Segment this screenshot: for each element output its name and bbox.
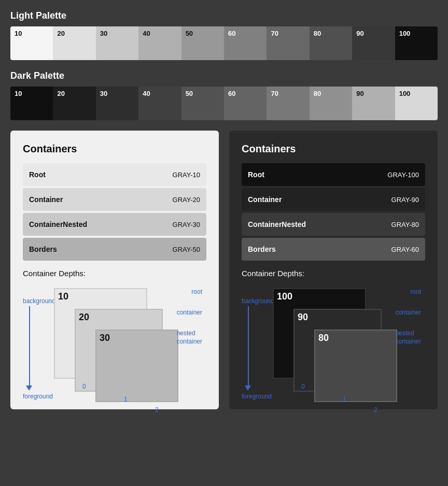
dark-side-nested: nested container <box>396 330 421 346</box>
light-swatch-90: 90 <box>352 26 395 60</box>
light-swatch-50: 50 <box>181 26 224 60</box>
light-depth-diagram: background foreground 10 20 30 0 1 2 <box>23 283 206 397</box>
light-row-name-0: Root <box>29 170 46 179</box>
light-row-0: RootGRAY-10 <box>23 163 206 186</box>
dark-arrow-line <box>248 306 249 387</box>
light-swatch-label-80: 80 <box>314 30 348 37</box>
light-depth-0: 0 <box>82 383 86 390</box>
light-palette-row: 102030405060708090100 <box>10 26 438 60</box>
light-row-name-2: ContainerNested <box>29 220 87 228</box>
dark-box-root-label: 100 <box>274 289 365 304</box>
dark-row-0: RootGRAY-100 <box>242 163 425 186</box>
dark-row-1: ContainerGRAY-90 <box>242 188 425 211</box>
dark-swatch-50: 50 <box>181 87 224 120</box>
dark-row-2: ContainerNestedGRAY-80 <box>242 213 425 236</box>
light-swatch-10: 10 <box>10 26 53 60</box>
light-swatch-label-100: 100 <box>399 30 433 37</box>
dark-row-name-0: Root <box>248 170 264 179</box>
light-fg-label: foreground <box>23 393 53 400</box>
light-containers-title: Containers <box>23 143 206 155</box>
light-arrow-head <box>26 385 32 391</box>
light-containers-panel: Containers RootGRAY-10ContainerGRAY-20Co… <box>10 131 219 409</box>
dark-swatch-label-10: 10 <box>15 90 49 97</box>
light-swatch-label-50: 50 <box>186 30 220 37</box>
light-row-name-1: Container <box>29 195 63 204</box>
dark-depths-label: Container Depths: <box>242 269 425 278</box>
dark-swatch-80: 80 <box>310 87 352 120</box>
dark-swatch-10: 10 <box>10 87 53 120</box>
light-container-rows: RootGRAY-10ContainerGRAY-20ContainerNest… <box>23 163 206 261</box>
light-side-root: root <box>191 288 202 296</box>
dark-containers-title: Containers <box>242 143 425 155</box>
light-row-2: ContainerNestedGRAY-30 <box>23 213 206 236</box>
light-row-value-2: GRAY-30 <box>173 221 200 228</box>
dark-palette-row: 102030405060708090100 <box>10 87 438 120</box>
light-swatch-70: 70 <box>267 26 309 60</box>
dark-bg-label: background <box>242 297 274 305</box>
light-bg-label: background <box>23 297 55 305</box>
light-swatch-60: 60 <box>224 26 267 60</box>
light-row-value-0: GRAY-10 <box>173 171 200 179</box>
dark-palette-title: Dark Palette <box>10 70 438 81</box>
light-box-nested: 30 <box>95 330 178 402</box>
light-row-value-1: GRAY-20 <box>173 196 200 204</box>
dark-row-name-2: ContainerNested <box>248 220 306 228</box>
dark-swatch-label-100: 100 <box>399 90 433 97</box>
light-row-1: ContainerGRAY-20 <box>23 188 206 211</box>
dark-box-nested: 80 <box>314 330 397 402</box>
dark-swatch-100: 100 <box>395 87 438 120</box>
dark-row-value-2: GRAY-80 <box>391 221 419 228</box>
light-arrow-line <box>29 306 30 387</box>
light-swatch-label-70: 70 <box>271 30 305 37</box>
light-swatch-label-90: 90 <box>356 30 390 37</box>
dark-containers-panel: Containers RootGRAY-100ContainerGRAY-90C… <box>229 131 438 409</box>
dark-swatch-90: 90 <box>352 87 395 120</box>
dark-swatch-label-90: 90 <box>356 90 390 97</box>
light-box-container-label: 20 <box>76 310 162 325</box>
dark-swatch-label-20: 20 <box>57 90 91 97</box>
dark-swatch-20: 20 <box>53 87 95 120</box>
dark-row-value-1: GRAY-90 <box>391 196 419 204</box>
dark-container-rows: RootGRAY-100ContainerGRAY-90ContainerNes… <box>242 163 425 261</box>
light-depth-1: 1 <box>124 396 128 403</box>
dark-swatch-30: 30 <box>96 87 138 120</box>
dark-row-name-1: Container <box>248 195 282 204</box>
dark-fg-label: foreground <box>242 393 272 400</box>
dark-row-name-3: Borders <box>248 245 276 253</box>
dark-row-3: BordersGRAY-60 <box>242 238 425 261</box>
light-row-value-3: GRAY-50 <box>173 246 200 253</box>
dark-side-root: root <box>410 288 421 296</box>
light-palette-section: Light Palette 102030405060708090100 <box>10 10 438 60</box>
dark-arrow-head <box>245 385 251 391</box>
light-swatch-label-40: 40 <box>143 30 177 37</box>
dark-swatch-label-50: 50 <box>186 90 220 97</box>
dark-box-container-label: 90 <box>295 310 381 325</box>
light-swatch-label-10: 10 <box>15 30 49 37</box>
dark-row-value-3: GRAY-60 <box>391 246 419 253</box>
dark-depth-2: 2 <box>374 406 377 413</box>
light-side-nested: nested container <box>177 330 202 346</box>
dark-swatch-70: 70 <box>267 87 309 120</box>
light-box-root-label: 10 <box>55 289 146 304</box>
dark-depth-1: 1 <box>343 396 346 403</box>
containers-row: Containers RootGRAY-10ContainerGRAY-20Co… <box>10 131 438 409</box>
dark-side-container: container <box>396 309 421 317</box>
light-depths-label: Container Depths: <box>23 269 206 278</box>
light-row-name-3: Borders <box>29 245 57 253</box>
light-row-3: BordersGRAY-50 <box>23 238 206 261</box>
light-swatch-80: 80 <box>310 26 352 60</box>
light-swatch-40: 40 <box>138 26 181 60</box>
light-swatch-label-20: 20 <box>57 30 91 37</box>
light-swatch-30: 30 <box>96 26 138 60</box>
light-swatch-20: 20 <box>53 26 95 60</box>
dark-swatch-label-40: 40 <box>143 90 177 97</box>
dark-depth-diagram: background foreground 100 90 80 0 1 2 <box>242 283 425 397</box>
dark-swatch-label-80: 80 <box>314 90 348 97</box>
dark-swatch-label-70: 70 <box>271 90 305 97</box>
light-depth-2: 2 <box>155 406 159 413</box>
light-box-nested-label: 30 <box>96 331 177 346</box>
dark-row-value-0: GRAY-100 <box>387 171 419 179</box>
dark-depth-0: 0 <box>301 383 305 390</box>
light-swatch-label-30: 30 <box>100 30 134 37</box>
light-swatch-100: 100 <box>395 26 438 60</box>
